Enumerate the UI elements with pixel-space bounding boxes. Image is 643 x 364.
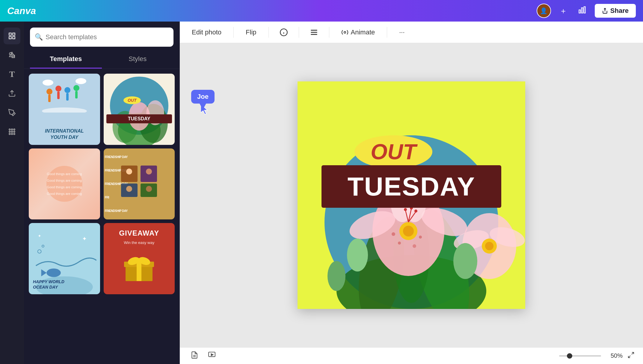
template-card[interactable]: ✦ ✦ HAPPY WORLDOCEAN DAY xyxy=(29,223,100,294)
svg-point-39 xyxy=(126,169,132,175)
edit-photo-button[interactable]: Edit photo xyxy=(188,26,225,39)
template-card[interactable]: Good things are comingGood things are co… xyxy=(29,148,100,220)
svg-point-13 xyxy=(9,131,10,132)
svg-point-10 xyxy=(9,129,10,130)
collaborator-name: Joe xyxy=(197,93,209,100)
bottom-right-controls: 50% xyxy=(559,351,635,360)
tab-templates[interactable]: Templates xyxy=(30,50,102,69)
header-right: 👤 ＋ Share xyxy=(537,3,636,19)
sidebar-item-text[interactable]: T xyxy=(4,66,20,83)
svg-point-61 xyxy=(344,31,346,33)
sidebar-item-apps[interactable] xyxy=(4,123,20,140)
toolbar: Edit photo Flip Animate ··· xyxy=(180,22,643,43)
svg-point-15 xyxy=(13,131,15,132)
svg-point-42 xyxy=(146,186,152,192)
svg-point-44 xyxy=(46,269,61,277)
toolbar-divider-2 xyxy=(268,27,269,38)
svg-point-47 xyxy=(42,245,44,247)
canvas-out-oval: OUT xyxy=(354,135,432,168)
bubble-pointer xyxy=(199,103,206,110)
canvas-tuesday-text: TUESDAY xyxy=(348,172,475,201)
good-things-text: Good things are comingGood things are co… xyxy=(42,166,87,202)
svg-rect-2 xyxy=(584,7,585,13)
svg-rect-4 xyxy=(13,33,15,35)
more-label: ··· xyxy=(399,28,404,36)
giveaway-title: GIVEAWAY xyxy=(119,229,159,237)
svg-point-79 xyxy=(414,210,417,213)
zoom-label: 50% xyxy=(606,352,623,359)
svg-point-22 xyxy=(55,86,61,92)
canvas-out-text: OUT xyxy=(371,139,416,164)
svg-point-87 xyxy=(327,261,345,291)
flip-button[interactable]: Flip xyxy=(242,26,260,39)
template-card[interactable]: FRIENDSHIP DAY FRIENDSHIP DAY FRIENDSHIP… xyxy=(104,148,175,220)
flip-label: Flip xyxy=(246,28,256,36)
tab-styles[interactable]: Styles xyxy=(102,50,174,69)
sidebar-icons: T xyxy=(0,22,24,364)
sidebar-item-uploads[interactable] xyxy=(4,85,20,102)
svg-point-20 xyxy=(46,89,52,95)
svg-point-16 xyxy=(9,133,10,134)
svg-text:✦: ✦ xyxy=(38,233,41,238)
svg-rect-27 xyxy=(75,91,78,98)
flowers-illustration xyxy=(104,74,175,145)
template-card[interactable]: INTERNATIONALYOUTH DAY xyxy=(29,74,100,145)
svg-rect-1 xyxy=(582,8,583,13)
ocean-day-text: HAPPY WORLDOCEAN DAY xyxy=(33,279,96,290)
fullscreen-button[interactable] xyxy=(627,351,635,360)
panel-tabs: Templates Styles xyxy=(24,50,179,69)
friendship-illustration xyxy=(118,163,160,198)
zoom-slider[interactable] xyxy=(559,355,601,357)
sidebar-item-elements[interactable] xyxy=(4,47,20,63)
info-button[interactable] xyxy=(277,26,290,39)
canvas-tuesday-bar: TUESDAY xyxy=(322,165,501,208)
svg-rect-0 xyxy=(579,10,580,13)
animate-button[interactable]: Animate xyxy=(338,26,379,39)
templates-grid: INTERNATIONALYOUTH DAY OUT TUESDAY Good … xyxy=(24,69,179,364)
svg-point-41 xyxy=(126,186,132,192)
sidebar-item-grid[interactable] xyxy=(4,28,20,44)
template-card[interactable]: GIVEAWAY Win the easy way xyxy=(104,223,175,294)
svg-point-29 xyxy=(76,78,86,84)
bottom-bar: 50% xyxy=(180,347,643,364)
toolbar-divider-3 xyxy=(299,27,299,38)
gift-illustration xyxy=(121,250,157,283)
svg-rect-23 xyxy=(57,92,60,99)
svg-point-17 xyxy=(11,133,13,134)
main-canvas[interactable]: OUT TUESDAY xyxy=(298,81,525,309)
toolbar-divider-4 xyxy=(329,27,329,38)
toolbar-divider-5 xyxy=(387,27,387,38)
svg-point-73 xyxy=(403,226,414,236)
collaborator-bubble: Joe xyxy=(191,90,215,104)
search-input[interactable] xyxy=(30,28,173,47)
share-button[interactable]: Share xyxy=(595,4,636,18)
bottom-left-controls xyxy=(188,349,218,363)
svg-rect-51 xyxy=(137,266,141,281)
notes-button[interactable] xyxy=(188,349,201,363)
sidebar-item-draw[interactable] xyxy=(4,104,20,121)
more-options-button[interactable]: ··· xyxy=(396,26,408,39)
t2-out: OUT xyxy=(123,96,141,104)
svg-point-19 xyxy=(42,107,87,113)
collaborator-tooltip: Joe xyxy=(191,90,215,116)
svg-point-12 xyxy=(13,129,15,130)
canvas-area: Joe xyxy=(180,43,643,347)
svg-point-85 xyxy=(347,239,368,272)
svg-point-24 xyxy=(64,87,70,93)
svg-point-40 xyxy=(146,169,152,175)
present-button[interactable] xyxy=(206,349,218,363)
svg-point-26 xyxy=(73,85,79,91)
svg-line-96 xyxy=(632,352,634,354)
template-card[interactable]: OUT TUESDAY xyxy=(104,74,175,145)
analytics-button[interactable] xyxy=(576,3,589,19)
text-align-button[interactable] xyxy=(307,26,321,39)
avatar[interactable]: 👤 xyxy=(537,4,551,18)
svg-point-84 xyxy=(485,242,493,250)
add-collaborator-button[interactable]: ＋ xyxy=(557,3,570,19)
t2-tuesday: TUESDAY xyxy=(106,114,172,123)
svg-marker-95 xyxy=(211,354,213,356)
svg-point-14 xyxy=(11,131,13,132)
svg-point-46 xyxy=(38,250,41,253)
svg-rect-3 xyxy=(9,33,11,35)
share-label: Share xyxy=(610,7,629,15)
